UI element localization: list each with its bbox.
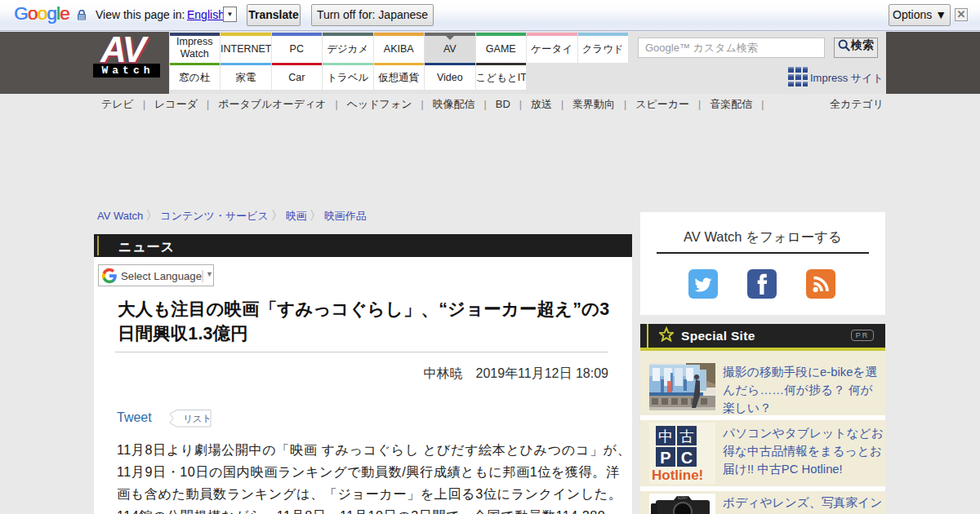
svg-text:リスト: リスト: [183, 414, 212, 423]
svg-text:C: C: [681, 449, 693, 467]
svg-text:古: 古: [679, 428, 694, 445]
svg-text:P: P: [660, 449, 670, 467]
svg-text:中: 中: [658, 428, 673, 445]
svg-text:SONY: SONY: [678, 496, 688, 500]
